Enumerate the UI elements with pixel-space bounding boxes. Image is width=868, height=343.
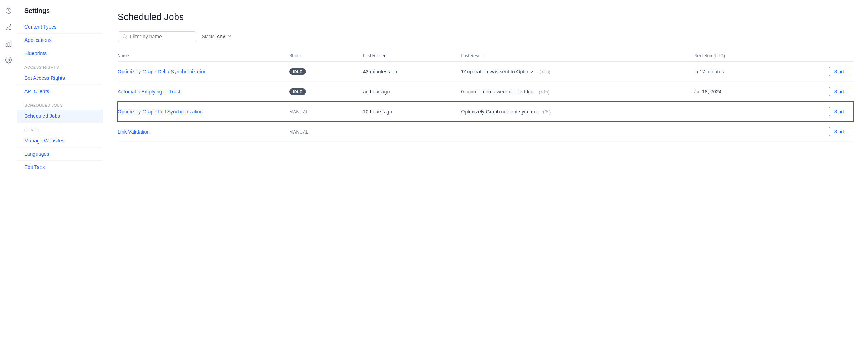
start-button[interactable]: Start <box>829 87 849 96</box>
col-header-lastrun[interactable]: Last Run ▼ <box>363 50 461 62</box>
job-name-link[interactable]: Optimizely Graph Delta Synchronization <box>118 69 206 74</box>
last-run: an hour ago <box>363 82 461 102</box>
section-label-scheduled-jobs: Scheduled Jobs <box>17 98 103 110</box>
status-filter-value: Any <box>216 34 225 39</box>
sidebar-item-blueprints[interactable]: Blueprints <box>17 47 103 60</box>
last-result: 0 content items were deleted fro...(<1s) <box>461 82 694 102</box>
duration-badge: (<1s) <box>539 89 549 95</box>
sidebar-item-languages[interactable]: Languages <box>17 148 103 161</box>
col-header-action <box>805 50 854 62</box>
jobs-table: Name Status Last Run ▼ Last Result Next … <box>118 50 854 142</box>
search-box <box>118 31 196 42</box>
status-filter[interactable]: Status Any <box>202 34 232 40</box>
col-header-lastresult: Last Result <box>461 50 694 62</box>
sidebar-item-edit-tabs[interactable]: Edit Tabs <box>17 161 103 174</box>
chart-icon[interactable] <box>4 39 14 49</box>
svg-point-4 <box>8 59 9 61</box>
next-run <box>694 122 805 142</box>
sort-arrow-icon: ▼ <box>382 53 387 58</box>
job-name-link[interactable]: Optimizely Graph Full Synchronization <box>118 109 203 115</box>
last-result: '0' operation was sent to Optimiz...(<1s… <box>461 62 694 82</box>
main-content: Scheduled Jobs Status Any <box>103 0 868 343</box>
job-name-link[interactable]: Link Validation <box>118 129 150 135</box>
svg-rect-2 <box>8 42 9 47</box>
svg-point-5 <box>123 35 126 38</box>
sidebar: Settings Content Types Applications Blue… <box>17 0 103 343</box>
chevron-down-icon <box>227 34 232 40</box>
section-label-access-rights: Access Rights <box>17 60 103 72</box>
table-row: Link ValidationMANUALStart <box>118 122 854 142</box>
col-header-nextrun: Next Run (UTC) <box>694 50 805 62</box>
start-button[interactable]: Start <box>829 67 849 76</box>
status-filter-label: Status <box>202 34 214 39</box>
sidebar-title: Settings <box>17 0 103 20</box>
start-button[interactable]: Start <box>829 107 849 116</box>
sidebar-item-scheduled-jobs[interactable]: Scheduled Jobs <box>17 110 103 123</box>
next-run: in 17 minutes <box>694 62 805 82</box>
status-badge: MANUAL <box>289 130 309 135</box>
duration-badge: (3s) <box>543 109 551 115</box>
svg-line-6 <box>126 38 127 39</box>
sidebar-item-api-clients[interactable]: API Clients <box>17 85 103 98</box>
table-row: Optimizely Graph Delta SynchronizationID… <box>118 62 854 82</box>
search-input[interactable] <box>130 34 192 39</box>
section-label-config: Config <box>17 123 103 134</box>
last-result: Optimizely Graph content synchro...(3s) <box>461 102 694 122</box>
status-badge: MANUAL <box>289 110 309 115</box>
status-badge: IDLE <box>289 88 306 95</box>
last-result <box>461 122 694 142</box>
pen-icon[interactable] <box>4 22 14 32</box>
start-button[interactable]: Start <box>829 127 849 136</box>
duration-badge: (<1s) <box>540 69 550 74</box>
job-name-link[interactable]: Automatic Emptying of Trash <box>118 89 182 95</box>
sidebar-item-manage-websites[interactable]: Manage Websites <box>17 134 103 148</box>
last-run: 43 minutes ago <box>363 62 461 82</box>
last-run: 10 hours ago <box>363 102 461 122</box>
last-run <box>363 122 461 142</box>
svg-rect-3 <box>10 41 11 47</box>
filter-bar: Status Any <box>118 31 854 42</box>
search-icon <box>122 34 127 39</box>
sidebar-item-applications[interactable]: Applications <box>17 34 103 47</box>
next-run: Jul 18, 2024 <box>694 82 805 102</box>
col-header-status: Status <box>289 50 363 62</box>
sidebar-item-content-types[interactable]: Content Types <box>17 20 103 34</box>
next-run <box>694 102 805 122</box>
col-header-name: Name <box>118 50 289 62</box>
clock-icon[interactable] <box>4 6 14 16</box>
page-title: Scheduled Jobs <box>118 11 854 23</box>
svg-rect-1 <box>6 44 7 47</box>
table-row: Optimizely Graph Full SynchronizationMAN… <box>118 102 854 122</box>
table-row: Automatic Emptying of TrashIDLEan hour a… <box>118 82 854 102</box>
gear-icon[interactable] <box>4 55 14 65</box>
icon-rail <box>0 0 17 343</box>
status-badge: IDLE <box>289 68 306 75</box>
sidebar-item-set-access-rights[interactable]: Set Access Rights <box>17 72 103 85</box>
